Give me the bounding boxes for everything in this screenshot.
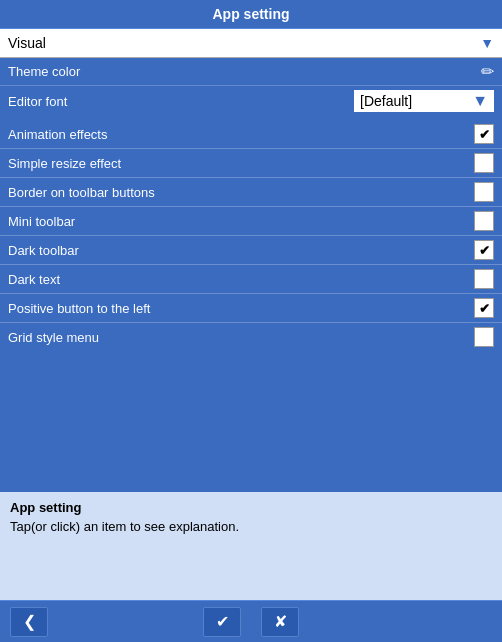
setting-row-grid-style-menu[interactable]: Grid style menu xyxy=(0,323,502,351)
setting-label-dark-text: Dark text xyxy=(8,272,474,287)
setting-label-mini-toolbar: Mini toolbar xyxy=(8,214,474,229)
editor-font-label: Editor font xyxy=(8,94,354,109)
theme-color-label: Theme color xyxy=(8,64,481,79)
checkbox-dark-toolbar[interactable] xyxy=(474,240,494,260)
info-body: Tap(or click) an item to see explanation… xyxy=(10,519,492,534)
checkbox-positive-button-left[interactable] xyxy=(474,298,494,318)
setting-row-mini-toolbar[interactable]: Mini toolbar xyxy=(0,207,502,235)
nav-bar: ❮ ✔ ✘ xyxy=(0,600,502,642)
back-button[interactable]: ❮ xyxy=(10,607,48,637)
setting-row-dark-toolbar[interactable]: Dark toolbar xyxy=(0,236,502,264)
editor-font-select[interactable]: [Default] ▼ xyxy=(354,90,494,112)
settings-list: Animation effectsSimple resize effectBor… xyxy=(0,116,502,355)
editor-font-value: [Default] xyxy=(360,93,412,109)
cancel-icon: ✘ xyxy=(274,612,287,631)
checkbox-border-on-toolbar[interactable] xyxy=(474,182,494,202)
setting-row-dark-text[interactable]: Dark text xyxy=(0,265,502,293)
setting-label-grid-style-menu: Grid style menu xyxy=(8,330,474,345)
checkbox-simple-resize-effect[interactable] xyxy=(474,153,494,173)
edit-icon[interactable]: ✏ xyxy=(481,62,494,81)
chevron-down-icon: ▼ xyxy=(480,35,494,51)
checkbox-grid-style-menu[interactable] xyxy=(474,327,494,347)
setting-row-animation-effects[interactable]: Animation effects xyxy=(0,120,502,148)
checkbox-animation-effects[interactable] xyxy=(474,124,494,144)
theme-color-row[interactable]: Theme color ✏ xyxy=(0,58,502,86)
setting-label-animation-effects: Animation effects xyxy=(8,127,474,142)
visual-dropdown[interactable]: Visual ▼ xyxy=(0,29,502,58)
info-panel: App setting Tap(or click) an item to see… xyxy=(0,490,502,600)
cancel-button[interactable]: ✘ xyxy=(261,607,299,637)
confirm-button[interactable]: ✔ xyxy=(203,607,241,637)
confirm-icon: ✔ xyxy=(216,612,229,631)
checkbox-mini-toolbar[interactable] xyxy=(474,211,494,231)
setting-label-positive-button-left: Positive button to the left xyxy=(8,301,474,316)
setting-row-positive-button-left[interactable]: Positive button to the left xyxy=(0,294,502,322)
title-bar: App setting xyxy=(0,0,502,29)
chevron-down-icon: ▼ xyxy=(472,92,488,110)
title-label: App setting xyxy=(213,6,290,22)
checkbox-dark-text[interactable] xyxy=(474,269,494,289)
setting-row-simple-resize-effect[interactable]: Simple resize effect xyxy=(0,149,502,177)
setting-label-dark-toolbar: Dark toolbar xyxy=(8,243,474,258)
back-icon: ❮ xyxy=(23,612,36,631)
setting-label-simple-resize-effect: Simple resize effect xyxy=(8,156,474,171)
info-title: App setting xyxy=(10,500,492,515)
setting-row-border-on-toolbar[interactable]: Border on toolbar buttons xyxy=(0,178,502,206)
setting-label-border-on-toolbar: Border on toolbar buttons xyxy=(8,185,474,200)
visual-label: Visual xyxy=(8,35,46,51)
editor-font-row[interactable]: Editor font [Default] ▼ xyxy=(0,86,502,116)
